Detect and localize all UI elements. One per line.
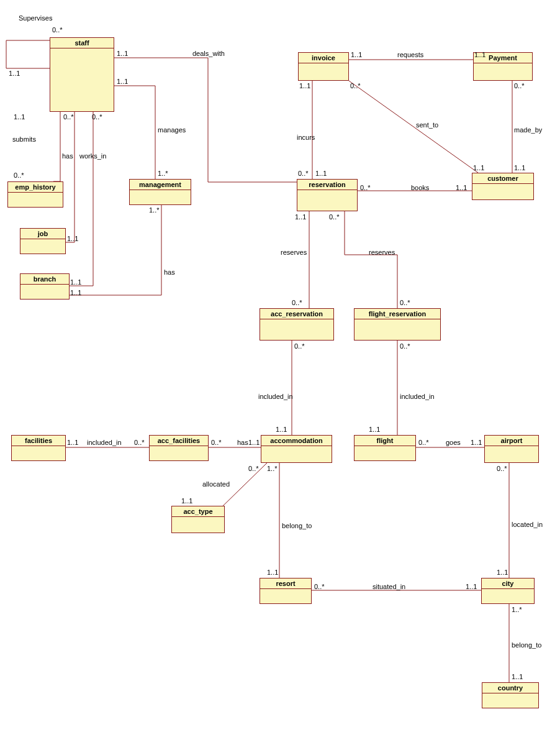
entity-title: resort (260, 579, 311, 589)
entity-management[interactable]: management (129, 179, 191, 205)
entity-title: emp_history (8, 182, 63, 193)
mult: 1..1 (474, 51, 485, 58)
mult: 1..1 (276, 426, 287, 433)
mult: 1..1 (299, 82, 310, 89)
mult: 0..* (134, 439, 145, 446)
mult: 0..* (497, 465, 507, 472)
rel-included-in-acc: included_in (258, 393, 293, 400)
entity-country[interactable]: country (482, 682, 539, 708)
rel-belong-to-country: belong_to (512, 641, 541, 649)
mult: 1..1 (70, 289, 81, 296)
mult: 1..1 (267, 569, 278, 576)
mult: 0..* (350, 82, 361, 89)
rel-sent-to: sent_to (416, 121, 438, 129)
entity-flight[interactable]: flight (354, 435, 416, 461)
mult: 1..1 (512, 673, 523, 680)
mult: 0..* (418, 439, 429, 446)
mult: 1..1 (181, 497, 192, 505)
mult: 0..* (52, 26, 63, 34)
entity-title: flight (355, 436, 415, 446)
rel-has-job: has (62, 152, 73, 160)
mult: 1..1 (315, 170, 327, 177)
mult: 1..1 (369, 426, 380, 433)
mult: 1..* (149, 206, 160, 214)
rel-made-by: made_by (514, 126, 542, 134)
mult: 1..1 (67, 439, 78, 446)
mult: 0..* (298, 170, 309, 177)
mult: 1..1 (9, 70, 20, 77)
entity-acc-reservation[interactable]: acc_reservation (260, 308, 334, 341)
entity-title: reservation (297, 180, 357, 190)
mult: 0..* (292, 299, 302, 306)
mult: 1..1 (471, 439, 482, 446)
mult: 1..1 (466, 583, 477, 590)
entity-invoice[interactable]: invoice (298, 52, 349, 81)
entity-job[interactable]: job (20, 228, 66, 254)
rel-books: books (411, 184, 429, 191)
entity-acc-facilities[interactable]: acc_facilities (149, 435, 209, 461)
mult: 1..* (267, 465, 278, 472)
entity-flight-reservation[interactable]: flight_reservation (354, 308, 441, 341)
entity-acc-type[interactable]: acc_type (171, 506, 225, 533)
mult: 0..* (63, 113, 74, 121)
mult: 1..1 (117, 50, 128, 57)
rel-belong-to-resort: belong_to (282, 522, 312, 529)
rel-deals-with: deals_with (192, 50, 225, 57)
entity-title: accommodation (261, 436, 332, 446)
mult: 1..1 (456, 184, 467, 191)
rel-situated-in: situated_in (373, 583, 405, 590)
mult: 0..* (248, 465, 259, 472)
mult: 0..* (360, 184, 371, 191)
entity-staff[interactable]: staff (50, 37, 114, 112)
entity-title: management (130, 180, 191, 190)
mult: 1..1 (117, 78, 128, 85)
mult: 0..* (211, 439, 222, 446)
entity-reservation[interactable]: reservation (297, 179, 358, 211)
mult: 0..* (400, 299, 410, 306)
entity-title: acc_facilities (150, 436, 208, 446)
rel-incurs: incurs (297, 134, 315, 141)
mult: 1..1 (295, 213, 306, 221)
entity-facilities[interactable]: facilities (11, 435, 66, 461)
entity-resort[interactable]: resort (260, 578, 312, 604)
mult: 1..1 (514, 164, 525, 171)
entity-emp-history[interactable]: emp_history (7, 181, 63, 208)
mult: 1..1 (14, 113, 25, 121)
mult: 1..1 (473, 164, 484, 171)
rel-reserves-left: reserves (281, 249, 307, 256)
mult: 0..* (514, 82, 525, 89)
mult: 0..* (400, 342, 410, 350)
entity-title: job (20, 229, 65, 239)
entity-title: airport (485, 436, 538, 446)
rel-requests: requests (397, 51, 423, 58)
entity-branch[interactable]: branch (20, 273, 70, 300)
entity-title: acc_reservation (260, 309, 333, 319)
entity-title: staff (50, 38, 114, 48)
entity-airport[interactable]: airport (484, 435, 539, 463)
mult: 0..* (329, 213, 340, 221)
rel-has-acc: has (237, 439, 248, 446)
entity-city[interactable]: city (481, 578, 535, 604)
rel-works-in: works_in (79, 152, 106, 160)
mult: 1..1 (351, 51, 362, 58)
entity-title: city (482, 579, 534, 589)
entity-title: acc_type (172, 506, 224, 517)
rel-included-in-fac: included_in (87, 439, 122, 446)
rel-supervises: Supervises (19, 14, 52, 22)
entity-title: facilities (12, 436, 65, 446)
mult: 0..* (314, 583, 325, 590)
mult: 0..* (92, 113, 102, 121)
entity-title: country (482, 683, 538, 693)
entity-accommodation[interactable]: accommodation (261, 435, 332, 463)
rel-has-branch: has (164, 268, 175, 276)
entity-title: customer (472, 173, 533, 184)
rel-goes: goes (446, 439, 461, 446)
entity-customer[interactable]: customer (472, 173, 534, 200)
mult: 0..* (14, 171, 24, 179)
entity-title: branch (20, 274, 69, 285)
rel-reserves-right: reserves (369, 249, 395, 256)
rel-manages: manages (158, 126, 186, 134)
mult: 1..1 (67, 235, 78, 242)
mult: 1..1 (70, 278, 81, 286)
rel-included-in-flight: included_in (400, 393, 435, 400)
